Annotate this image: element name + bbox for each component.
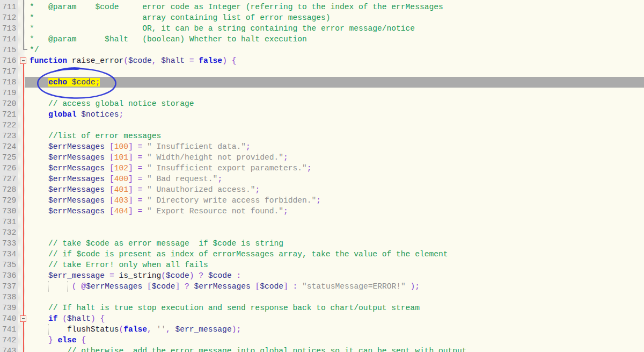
- code-line[interactable]: 718 echo $code;: [0, 77, 644, 88]
- code-token: $code: [260, 282, 283, 291]
- code-text[interactable]: $err_message = is_string($code) ? $code …: [25, 270, 644, 281]
- code-text[interactable]: } else {: [25, 335, 644, 346]
- code-line[interactable]: 723 //list of error messages: [0, 131, 644, 141]
- code-line[interactable]: 714* @param $halt (boolean) Whether to h…: [0, 34, 644, 45]
- code-token: [105, 196, 109, 205]
- code-line[interactable]: 713* OR, it can be a string containing t…: [0, 23, 644, 34]
- code-text[interactable]: flushStatus(false, '', $err_message);: [25, 324, 644, 335]
- code-text[interactable]: [25, 88, 644, 98]
- code-text[interactable]: $errMessages [404] = " Export Resource n…: [25, 206, 644, 217]
- code-text[interactable]: // access global notice storage: [25, 98, 644, 109]
- code-line[interactable]: 725 $errMessages [101] = " Width/height …: [0, 152, 644, 163]
- fold-open-marker[interactable]: [20, 58, 26, 64]
- code-token: [30, 164, 48, 173]
- line-number: 712: [0, 12, 18, 23]
- code-text[interactable]: $errMessages [400] = " Bad request.";: [25, 174, 644, 184]
- code-line[interactable]: 722: [0, 120, 644, 131]
- fold-margin-cell: [18, 23, 25, 34]
- fold-margin-cell[interactable]: [18, 55, 25, 66]
- code-token: @: [81, 282, 86, 291]
- code-text[interactable]: // take $code as error message if $code …: [25, 238, 644, 249]
- code-line[interactable]: 711* @param $code error code as Integer …: [0, 2, 644, 12]
- code-line[interactable]: 716function raise_error($code, $halt = f…: [0, 55, 644, 66]
- code-text[interactable]: [25, 217, 644, 227]
- code-line[interactable]: 717: [0, 66, 644, 77]
- code-text[interactable]: $errMessages [102] = " Insufficient expo…: [25, 163, 644, 174]
- code-line[interactable]: 734 // if $code is present as index of e…: [0, 249, 644, 260]
- code-line[interactable]: 728 $errMessages [401] = " Unauthorized …: [0, 184, 644, 195]
- code-line[interactable]: 738: [0, 292, 644, 303]
- code-token: $errMessages: [48, 153, 105, 162]
- code-token: ): [91, 314, 96, 323]
- code-text[interactable]: $errMessages [401] = " Unauthorized acce…: [25, 184, 644, 195]
- code-line[interactable]: 726 $errMessages [102] = " Insufficient …: [0, 163, 644, 174]
- code-text[interactable]: $errMessages [100] = " Insufficient data…: [25, 141, 644, 152]
- code-token: //list of error messages: [48, 132, 161, 140]
- code-text[interactable]: [25, 120, 644, 131]
- code-text[interactable]: [25, 66, 644, 77]
- code-text[interactable]: function raise_error($code, $halt = fals…: [25, 55, 644, 66]
- line-number: 740: [0, 313, 18, 324]
- code-line[interactable]: 731: [0, 217, 644, 227]
- code-line[interactable]: 715*/: [0, 45, 644, 55]
- code-text[interactable]: if ($halt) {: [25, 313, 644, 324]
- code-text[interactable]: // otherwise, add the error message into…: [25, 346, 644, 352]
- line-number: 727: [0, 174, 18, 184]
- code-line[interactable]: 721 global $notices;: [0, 109, 644, 120]
- code-line[interactable]: 733 // take $code as error message if $c…: [0, 238, 644, 249]
- code-text[interactable]: global $notices;: [25, 109, 644, 120]
- code-text[interactable]: * OR, it can be a string containing the …: [25, 23, 644, 34]
- code-token: [: [147, 282, 152, 291]
- code-text[interactable]: ( @$errMessages [$code] ? $errMessages […: [25, 281, 644, 292]
- code-token: [30, 175, 48, 183]
- code-token: ;: [283, 153, 288, 162]
- code-text[interactable]: echo $code;: [25, 77, 644, 88]
- line-number: 735: [0, 260, 18, 270]
- code-token: 100: [114, 142, 128, 151]
- code-text[interactable]: * @param $halt (boolean) Whether to halt…: [25, 34, 644, 45]
- fold-open-marker[interactable]: [20, 315, 26, 322]
- line-number: 717: [0, 66, 18, 77]
- code-line[interactable]: 730 $errMessages [404] = " Export Resour…: [0, 206, 644, 217]
- code-token: [30, 239, 48, 248]
- code-text[interactable]: */: [25, 45, 644, 55]
- code-line[interactable]: 729 $errMessages [403] = " Directory wri…: [0, 195, 644, 206]
- code-line[interactable]: 741 flushStatus(false, '', $err_message)…: [0, 324, 644, 335]
- code-text[interactable]: // if $code is present as index of error…: [25, 249, 644, 260]
- code-line[interactable]: 737 ( @$errMessages [$code] ? $errMessag…: [0, 281, 644, 292]
- code-text[interactable]: //list of error messages: [25, 131, 644, 141]
- code-line[interactable]: 740 if ($halt) {: [0, 313, 644, 324]
- code-line[interactable]: 736 $err_message = is_string($code) ? $c…: [0, 270, 644, 281]
- code-line[interactable]: 743 // otherwise, add the error message …: [0, 346, 644, 352]
- code-line[interactable]: 724 $errMessages [100] = " Insufficient …: [0, 141, 644, 152]
- code-line[interactable]: 712* array containing list of error mess…: [0, 12, 644, 23]
- code-text[interactable]: * array containing list of error message…: [25, 12, 644, 23]
- code-text[interactable]: // take Error! only when all fails: [25, 260, 644, 270]
- fold-margin-cell[interactable]: [18, 313, 25, 324]
- code-text[interactable]: // If halt is true stop execution and se…: [25, 303, 644, 313]
- code-line[interactable]: 720 // access global notice storage: [0, 98, 644, 109]
- code-line[interactable]: 742 } else {: [0, 335, 644, 346]
- code-token: [30, 110, 48, 119]
- code-line[interactable]: 735 // take Error! only when all fails: [0, 260, 644, 270]
- code-token: [30, 99, 48, 108]
- code-text[interactable]: $errMessages [101] = " Width/height not …: [25, 152, 644, 163]
- fold-margin-cell: [18, 270, 25, 281]
- code-text[interactable]: [25, 292, 644, 303]
- code-line[interactable]: 739 // If halt is true stop execution an…: [0, 303, 644, 313]
- code-token: (: [161, 271, 166, 280]
- code-line[interactable]: 727 $errMessages [400] = " Bad request."…: [0, 174, 644, 184]
- code-token: if: [48, 314, 58, 323]
- code-token: [30, 142, 48, 151]
- fold-margin-cell: [18, 260, 25, 270]
- code-line[interactable]: 732: [0, 227, 644, 238]
- code-line[interactable]: 719: [0, 88, 644, 98]
- code-token: ;: [119, 110, 123, 119]
- code-token: $errMessages: [86, 282, 142, 291]
- code-token: [105, 185, 109, 194]
- code-text[interactable]: [25, 227, 644, 238]
- fold-margin-cell: [18, 141, 25, 152]
- code-text[interactable]: $errMessages [403] = " Directory write a…: [25, 195, 644, 206]
- code-text[interactable]: * @param $code error code as Integer (re…: [25, 2, 644, 12]
- code-token: [105, 175, 109, 183]
